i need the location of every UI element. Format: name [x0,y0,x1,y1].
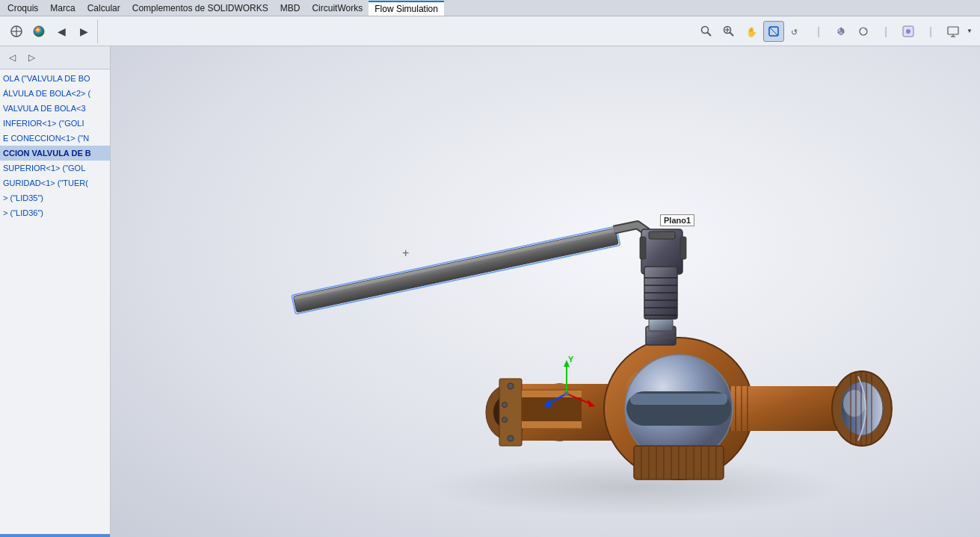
toolbar: ◀ ▶ ✋ ↺ | [0,16,980,46]
menu-croquis[interactable]: Croquis [1,1,44,15]
tree-item-3[interactable]: INFERIOR<1> ("GOLI [0,116,110,131]
svg-point-99 [564,391,569,396]
menu-mbd[interactable]: MBD [274,1,306,15]
svg-point-19 [906,29,910,34]
tree-item-5[interactable]: CCION VALVULA DE B [0,146,110,161]
toolbar-color-btn[interactable] [28,21,49,42]
svg-point-3 [34,26,44,37]
svg-text:↺: ↺ [791,28,798,37]
toolbar-origin-btn[interactable] [6,21,27,42]
menu-calcular[interactable]: Calcular [81,1,126,15]
svg-point-4 [702,26,709,33]
valve-svg: Y [111,46,980,537]
toolbar-scene-bg[interactable] [898,21,919,42]
panel-forward-btn[interactable]: ▷ [22,49,40,66]
svg-rect-37 [649,232,675,239]
svg-line-7 [730,32,734,36]
svg-point-64 [502,418,508,423]
toolbar-prev-btn[interactable]: ◀ [51,21,72,42]
svg-point-61 [508,383,514,389]
toolbar-monitor[interactable] [943,21,964,42]
toolbar-view-cube[interactable] [830,21,851,42]
left-panel: ◁ ▷ OLA ("VALVULA DE BO ÁLVULA DE BOLA<2… [0,46,111,537]
svg-point-63 [502,403,508,408]
menubar: Croquis Marca Calcular Complementos de S… [0,0,980,16]
plano-label: Plano1 [660,214,694,226]
tree-item-7[interactable]: GURIDAD<1> ("TUER( [0,176,110,190]
svg-text:✋: ✋ [746,26,757,37]
panel-bottom-line [0,534,110,537]
svg-point-62 [508,435,514,441]
toolbar-next-btn[interactable]: ▶ [73,21,94,42]
toolbar-view-tools: ✋ ↺ | | | ▼ [693,19,977,43]
toolbar-nav: ◀ ▶ [3,19,98,43]
svg-line-5 [708,32,712,36]
toolbar-pan[interactable]: ✋ [741,21,762,42]
toolbar-spin[interactable]: ↺ [786,21,807,42]
toolbar-zoom-to-fit[interactable] [696,21,717,42]
main-layout: ◁ ▷ OLA ("VALVULA DE BO ÁLVULA DE BOLA<2… [0,46,980,537]
svg-rect-59 [630,394,727,405]
toolbar-monitor-arrow[interactable]: ▼ [965,21,974,42]
menu-flow-simulation[interactable]: Flow Simulation [369,1,444,16]
svg-rect-20 [948,27,958,34]
tree-item-8[interactable]: > ("LID35") [0,190,110,205]
svg-text:Y: Y [568,355,574,364]
panel-back-btn[interactable]: ◁ [3,49,21,66]
toolbar-section-view-divider: | [808,21,829,42]
svg-rect-36 [680,237,686,259]
tree-item-1[interactable]: ÁLVULA DE BOLA<2> ( [0,86,110,101]
toolbar-display-divider: | [875,21,896,42]
svg-rect-84 [649,319,673,331]
menu-marca[interactable]: Marca [44,1,81,15]
tree-item-9[interactable]: > ("LID36") [0,205,110,220]
tree-item-2[interactable]: VALVULA DE BOLA<3 [0,101,110,116]
toolbar-rotate[interactable] [763,21,784,42]
svg-line-12 [769,27,778,36]
viewport-3d[interactable]: Y Plano1 + [111,46,980,537]
toolbar-display-divider2: | [920,21,941,42]
svg-rect-25 [293,228,615,299]
panel-toolbar: ◁ ▷ [0,46,110,69]
menu-circuitworks[interactable]: CircuitWorks [306,1,369,15]
tree-view: OLA ("VALVULA DE BO ÁLVULA DE BOLA<2> ( … [0,69,110,534]
svg-rect-35 [640,237,646,259]
toolbar-display-style[interactable] [853,21,874,42]
svg-point-47 [843,390,866,417]
tree-item-6[interactable]: SUPERIOR<1> ("GOL [0,161,110,176]
toolbar-zoom-in[interactable] [718,21,739,42]
tree-item-4[interactable]: E CONECCION<1> ("N [0,131,110,146]
menu-complementos[interactable]: Complementos de SOLIDWORKS [126,1,274,15]
tree-item-0[interactable]: OLA ("VALVULA DE BO [0,71,110,86]
